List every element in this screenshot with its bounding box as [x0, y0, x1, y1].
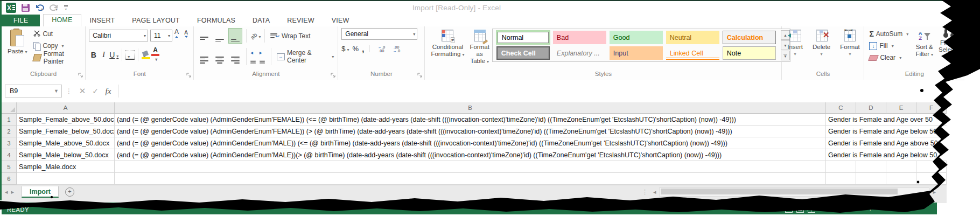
cell-C6[interactable]: [826, 173, 856, 185]
row-header-4[interactable]: 4: [2, 149, 17, 161]
tab-view[interactable]: VIEW: [323, 15, 358, 26]
row-header-2[interactable]: 2: [2, 126, 17, 137]
cell-B5[interactable]: [115, 161, 826, 173]
new-sheet-icon[interactable]: +: [65, 187, 74, 197]
zoom-in-icon[interactable]: +: [868, 206, 872, 212]
column-header-e[interactable]: E: [886, 102, 916, 114]
cell-E5[interactable]: [886, 161, 916, 173]
tab-review[interactable]: REVIEW: [278, 15, 323, 26]
sheet-nav-left-icon[interactable]: ◂: [2, 189, 11, 196]
cell-A1[interactable]: Sample_Female_above_50.docx: [17, 114, 115, 126]
style-chip-linked-cell[interactable]: Linked Cell: [666, 46, 719, 60]
style-chip-calculation[interactable]: Calculation: [723, 31, 776, 44]
format-painter-button[interactable]: Format Painter: [32, 52, 83, 64]
clear-button[interactable]: Clear: [867, 52, 913, 64]
row-header-3[interactable]: 3: [2, 137, 17, 149]
format-as-table-button[interactable]: Format as Table: [467, 28, 492, 66]
delete-cells-button[interactable]: ✕ Delete▾: [810, 28, 833, 71]
alignment-dialog-launcher-icon[interactable]: [331, 73, 336, 78]
cancel-icon[interactable]: ✕: [76, 86, 89, 96]
column-header-b[interactable]: B: [115, 102, 826, 114]
top-align-button[interactable]: [197, 28, 211, 44]
orientation-button[interactable]: ab: [250, 33, 261, 39]
cell-D6[interactable]: [856, 173, 886, 185]
font-dialog-launcher-icon[interactable]: [186, 73, 192, 78]
page-layout-view-icon[interactable]: [796, 205, 804, 213]
column-header-f[interactable]: F: [916, 102, 947, 114]
sheet-nav-right-icon[interactable]: ▸: [11, 189, 18, 196]
tab-formulas[interactable]: FORMULAS: [188, 15, 244, 26]
style-chip-normal[interactable]: Normal: [498, 32, 549, 43]
cell-B2[interactable]: (and (= (@ genderCode value) (AdminGende…: [115, 126, 826, 137]
borders-button[interactable]: [125, 50, 135, 60]
wrap-text-button[interactable]: ↩ Wrap Text: [269, 30, 312, 42]
accounting-format-button[interactable]: $: [341, 45, 349, 53]
tab-file[interactable]: FILE: [2, 15, 40, 26]
name-box[interactable]: B9▼: [5, 85, 62, 97]
conditional-formatting-button[interactable]: ≠ Conditional Formatting: [428, 28, 467, 59]
font-color-button[interactable]: A: [151, 47, 159, 62]
comma-style-button[interactable]: ,: [362, 44, 364, 53]
style-chip-note[interactable]: Note: [723, 46, 776, 60]
merge-center-button[interactable]: ↔ Merge & Center: [275, 51, 336, 62]
bold-button[interactable]: B: [89, 51, 98, 59]
cell-C1[interactable]: Gender is Female and Age over 50: [826, 114, 947, 126]
scroll-right-icon[interactable]: ▸: [929, 189, 939, 196]
align-center-button[interactable]: [213, 48, 227, 66]
style-chip-input[interactable]: Input: [610, 46, 663, 60]
row-header-1[interactable]: 1: [2, 114, 17, 126]
insert-function-icon[interactable]: fx: [102, 87, 115, 96]
cell-F5[interactable]: [916, 161, 947, 173]
scroll-left-icon[interactable]: ◂: [650, 189, 660, 196]
zoom-slider[interactable]: [827, 208, 864, 210]
italic-button[interactable]: I: [99, 51, 108, 59]
number-dialog-launcher-icon[interactable]: [417, 73, 423, 78]
tab-data[interactable]: DATA: [244, 15, 278, 26]
cell-A5[interactable]: Sample_Male.docx: [17, 161, 115, 173]
font-name-select[interactable]: Calibri: [89, 30, 148, 41]
decrease-decimal-button[interactable]: .00→.0: [390, 45, 402, 53]
grow-font-button[interactable]: A: [174, 28, 182, 43]
tab-page-layout[interactable]: PAGE LAYOUT: [123, 15, 188, 26]
cell-B4[interactable]: (and (= (@ genderCode value) (AdminGende…: [115, 149, 826, 161]
find-select-button[interactable]: Find & Select: [936, 28, 962, 71]
column-header-d[interactable]: D: [856, 102, 886, 114]
increase-decimal-button[interactable]: ←.0.00: [375, 45, 387, 53]
fill-button[interactable]: ↓ Fill: [867, 40, 913, 52]
row-header-5[interactable]: 5: [2, 161, 17, 173]
bottom-align-button[interactable]: [228, 28, 242, 44]
paste-button[interactable]: Paste: [5, 28, 30, 71]
column-header-c[interactable]: C: [826, 102, 856, 114]
cell-A3[interactable]: Sample_Male_above_50.docx: [17, 137, 115, 149]
fill-color-button[interactable]: [142, 51, 150, 59]
cell-A6[interactable]: [17, 173, 115, 185]
row-header-6[interactable]: 6: [2, 173, 17, 185]
cell-C3[interactable]: Gender is Female and Age above 50: [826, 137, 947, 149]
style-chip-neutral[interactable]: Neutral: [666, 31, 719, 44]
increase-indent-button[interactable]: ▸: [260, 47, 267, 66]
align-right-button[interactable]: [228, 48, 242, 66]
cell-A4[interactable]: Sample_Male_below_50.docx: [17, 149, 115, 161]
cell-F6[interactable]: [916, 173, 947, 185]
cell-B3[interactable]: (and (= (@ genderCode value) (AdminGende…: [115, 137, 826, 149]
page-break-view-icon[interactable]: [808, 205, 815, 213]
style-chip-good[interactable]: Good: [610, 31, 663, 44]
formula-input[interactable]: [118, 85, 947, 97]
underline-button[interactable]: U: [109, 51, 118, 59]
name-box-caret-icon[interactable]: ▼: [54, 88, 61, 94]
cell-B1[interactable]: (and (= (@ genderCode value) (AdminGende…: [115, 114, 826, 126]
style-chip-bad[interactable]: Bad: [553, 31, 606, 44]
horizontal-scrollbar[interactable]: ◂ ▸: [650, 187, 939, 197]
enter-icon[interactable]: ✓: [89, 87, 102, 95]
align-left-button[interactable]: [197, 48, 211, 66]
scrollbar-thumb[interactable]: [661, 189, 898, 194]
cell-A2[interactable]: Sample_Female_below_50.docx: [17, 126, 115, 137]
font-size-select[interactable]: 11: [150, 30, 172, 41]
style-chip-check-cell[interactable]: Check Cell: [496, 46, 550, 60]
zoom-out-icon[interactable]: −: [819, 206, 823, 212]
formula-bar-splitter[interactable]: ⋮: [66, 87, 72, 95]
decrease-indent-button[interactable]: ◂: [250, 47, 258, 66]
cell-D5[interactable]: [856, 161, 886, 173]
middle-align-button[interactable]: [213, 28, 227, 44]
normal-view-icon[interactable]: [785, 205, 793, 213]
